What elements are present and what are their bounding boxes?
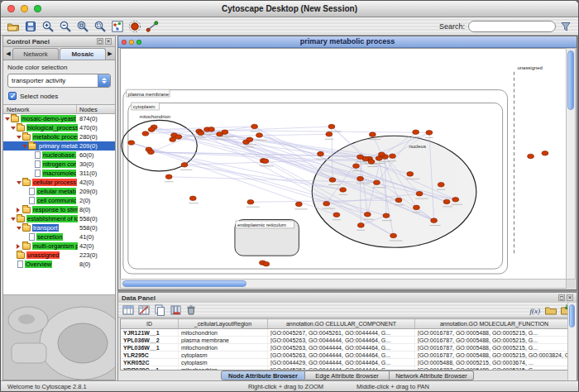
tree-item-count: 558(0) [79,215,98,222]
network-vertical-scrollbar[interactable] [566,48,576,280]
node-color-select[interactable]: transporter activity [7,74,111,88]
tree-item-label: multi-organism pro... [32,242,78,250]
column-header[interactable]: _cellularLayoutRegion [179,319,268,328]
tree-item-count: 30(0) [79,160,94,168]
scrollbar-thumb[interactable] [567,50,574,110]
expand-down-icon[interactable] [17,227,22,230]
status-pan-hint: Middle-click + drag to PAN [356,383,429,390]
tree-item[interactable]: mosaic-demo-yeast874(0) [3,114,115,123]
expand-down-icon[interactable] [17,181,22,184]
tab-node-attribute-browser[interactable]: Node Attribute Browser [221,370,305,380]
search-input[interactable] [468,21,556,32]
network-overview-icon[interactable] [110,19,125,34]
zoom-fit-icon[interactable] [75,19,90,34]
zoom-in-icon[interactable] [41,19,55,34]
float-panel-icon[interactable]: ◻ [558,294,565,301]
tree-item[interactable]: nitrogen compo...30(0) [3,160,115,169]
tree-item[interactable]: nucleobase...60(0) [3,151,115,160]
save-icon[interactable] [23,19,38,34]
zoom-selected-icon[interactable] [93,19,108,34]
select-nodes-checkbox[interactable] [8,92,17,100]
tree-item[interactable]: cellular process42(0) [3,178,115,187]
open-icon[interactable] [6,19,21,34]
window-minimize-button[interactable] [21,5,28,12]
tab-scroll-right-icon[interactable]: ▶ [107,48,113,60]
network-view-titlebar[interactable]: primary metabolic process [118,36,577,48]
svg-text:plasma membrane: plasma membrane [128,92,170,97]
float-panel-icon[interactable]: ◻ [97,38,103,45]
leaf-icon [35,151,41,159]
tab-network[interactable]: Network [12,48,59,60]
expand-right-icon[interactable] [17,244,22,249]
tree-item[interactable]: cell communica...2(0) [3,196,115,205]
tree-item-label: cellular process [32,179,77,186]
select-attributes-icon[interactable] [122,304,135,317]
table-row[interactable]: YLR295Ccytoplasm[GO:0045263, GO:0044444,… [121,351,574,359]
clear-all-icon[interactable] [184,304,198,317]
expand-down-icon[interactable] [22,145,28,148]
select-nodes-label: Select nodes [20,93,58,100]
expand-right-icon[interactable] [17,208,22,213]
tree-header-network[interactable]: Network [3,105,77,113]
tab-mosaic[interactable]: Mosaic [60,48,106,60]
expand-down-icon[interactable] [11,218,17,221]
svg-text:endoplasmic reticulum: endoplasmic reticulum [237,222,286,227]
import-table-icon[interactable] [544,304,557,317]
folder-icon [22,225,31,232]
table-row[interactable]: YJR121W__1mitochondrion[GO:0045267, GO:0… [121,329,574,337]
tree-item[interactable]: response to stimu...8(0) [3,205,115,214]
tree-item[interactable]: establishment of lo...558(0) [3,214,115,223]
scrollbar-thumb[interactable] [569,304,575,327]
tree-item[interactable]: primary metabo...209(0) [3,141,115,151]
node-selection-icon[interactable] [127,19,142,34]
table-row[interactable]: YPL036W__2plasma membrane[GO:0045263, GO… [121,337,574,344]
tree-item[interactable]: multi-organism pro...42(0) [3,241,115,251]
column-header[interactable]: ID [121,319,179,328]
table-row[interactable]: YPL036W__1mitochondrion[GO:0045263, GO:0… [121,344,574,351]
edge-selection-icon[interactable] [145,19,160,34]
tab-scroll-left-icon[interactable]: ◀ [5,48,12,60]
tree-item-label: mosaic-demo-yeast [21,115,76,122]
zoom-out-icon[interactable] [58,19,73,34]
unselect-attributes-icon[interactable] [137,304,151,317]
frame-close-icon[interactable] [122,40,127,45]
expand-down-icon[interactable] [17,136,22,139]
table-row[interactable]: YKR052Ccytoplasm[GO:0044429, GO:0044444,… [121,359,574,366]
tab-edge-attribute-browser[interactable]: Edge Attribute Browser [305,370,390,380]
close-panel-icon[interactable]: ✕ [105,38,112,45]
formula-icon[interactable]: f(x) [529,304,542,317]
column-header[interactable]: annotation.GO MOLECULAR_FUNCTION [415,319,574,328]
tab-network-attribute-browser[interactable]: Network Attribute Browser [390,370,474,380]
tree-header-nodes[interactable]: Nodes [77,105,115,113]
network-horizontal-scrollbar[interactable] [120,279,567,289]
tree-item[interactable]: biological_process470(0) [3,123,115,132]
control-panel: Control Panel ◻ ✕ ◀ NetworkMosaic ▶ Node… [2,36,116,380]
leaf-icon [35,160,41,168]
tree-item[interactable]: metabolic process280(0) [3,132,115,141]
delete-attribute-icon[interactable] [169,304,182,317]
scrollbar-thumb[interactable] [122,280,246,287]
network-overview-thumbnail[interactable] [3,294,115,380]
tree-item[interactable]: cellular metabo...209(0) [3,187,115,196]
svg-text:cytoplasm: cytoplasm [133,104,156,109]
window-close-button[interactable] [7,5,15,12]
close-panel-icon[interactable]: ✕ [567,294,573,301]
filter-icon[interactable] [558,19,573,34]
table-cell: [GO:0016787, GO:0005488, GO:0005215, G..… [415,344,574,351]
window-zoom-button[interactable] [34,5,41,12]
table-vertical-scrollbar[interactable] [567,303,577,381]
tree-item[interactable]: Overview8(0) [3,260,115,269]
tree-item[interactable]: macromolecule...311(0) [3,169,115,178]
frame-maximize-icon[interactable] [136,40,141,45]
expand-down-icon[interactable] [11,127,17,130]
tree-item-count: 2(0) [79,197,90,204]
tree-item[interactable]: secretion41(0) [3,232,115,241]
frame-minimize-icon[interactable] [129,40,134,45]
tree-item-label: unassigned [26,251,60,259]
tree-item[interactable]: transport558(0) [3,223,115,232]
expand-down-icon[interactable] [5,117,11,121]
new-attribute-icon[interactable] [153,304,166,317]
network-canvas[interactable]: plasma membranecytoplasmmitochondrionnuc… [121,49,566,279]
tree-item[interactable]: unassigned223(0) [3,251,115,260]
column-header[interactable]: annotation.GO CELLULAR_COMPONENT [268,319,415,328]
